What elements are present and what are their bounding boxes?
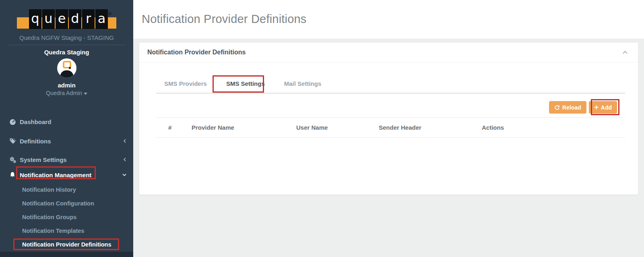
logo-letter: d <box>69 9 81 29</box>
logo-letter: e <box>56 9 68 29</box>
column-header-sender-header: Sender Header <box>379 118 482 138</box>
sidebar-item-label: System Settings <box>20 156 67 163</box>
panel-header: Notification Provider Definitions <box>139 43 638 62</box>
bell-icon <box>9 172 16 178</box>
environment-label: Quedra NGFW Staging - STAGING <box>0 34 133 41</box>
caret-down-icon <box>84 93 87 95</box>
sidebar-item-notification-management[interactable]: Notification Management <box>0 168 133 181</box>
tags-icon <box>9 138 16 145</box>
panel-body: SMS Providers SMS Settings Mail Settings… <box>139 80 638 138</box>
column-header-user-name: User Name <box>296 118 379 138</box>
column-header-actions: Actions <box>482 118 625 138</box>
table-header-row: # Provider Name User Name Sender Header … <box>156 118 625 138</box>
providers-table: # Provider Name User Name Sender Header … <box>156 117 625 138</box>
sidebar-item-label: Notification Management <box>20 172 91 178</box>
collapse-button[interactable] <box>622 50 628 55</box>
submenu-item-notification-templates[interactable]: Notification Templates <box>0 224 133 238</box>
sidebar-item-definitions[interactable]: Definitions <box>0 131 133 151</box>
table-toolbar: Reload Add <box>156 101 617 114</box>
sidebar-divider <box>8 45 125 45</box>
chevron-left-icon <box>123 139 127 143</box>
submenu-item-notification-groups[interactable]: Notification Groups <box>0 210 133 224</box>
sidebar: q u e d r a Quedra NGFW Staging - STAGIN… <box>0 0 133 257</box>
user-name: admin <box>0 82 133 89</box>
reload-label: Reload <box>562 104 581 111</box>
chevron-left-icon <box>123 157 127 162</box>
user-avatar-icon <box>57 58 76 78</box>
user-role-dropdown[interactable]: Quedra Admin <box>0 90 133 96</box>
add-button[interactable]: Add <box>589 101 617 114</box>
column-header-index: # <box>156 118 192 138</box>
quedra-logo: q u e d r a <box>17 9 116 29</box>
notification-submenu: Notification History Notification Config… <box>0 183 133 251</box>
notification-provider-panel: Notification Provider Definitions SMS Pr… <box>139 43 638 195</box>
submenu-item-notification-history[interactable]: Notification History <box>0 183 133 197</box>
chevron-up-icon <box>622 50 628 55</box>
logo-letter: r <box>82 9 95 29</box>
chevron-down-icon <box>122 173 127 177</box>
user-role-label: Quedra Admin <box>46 90 82 96</box>
logo-letter: u <box>42 9 55 29</box>
sidebar-item-dashboard[interactable]: Dashboard <box>0 112 133 131</box>
registered-mark-icon <box>108 12 111 15</box>
page-title: Notification Provider Definitions <box>133 0 644 38</box>
refresh-icon <box>554 105 560 110</box>
tab-mail-settings[interactable]: Mail Settings <box>284 80 322 93</box>
column-header-provider-name: Provider Name <box>192 118 296 138</box>
tab-sms-settings[interactable]: SMS Settings <box>226 80 265 93</box>
submenu-item-notification-provider-definitions[interactable]: Notification Provider Definitions <box>0 238 133 251</box>
logo-letter: q <box>29 9 41 29</box>
submenu-item-notification-configuration[interactable]: Notification Configuration <box>0 197 133 210</box>
tab-sms-providers[interactable]: SMS Providers <box>164 80 207 93</box>
avatar <box>57 58 76 78</box>
gears-icon <box>9 156 16 163</box>
sidebar-item-label: Definitions <box>20 138 51 145</box>
panel-title: Notification Provider Definitions <box>147 49 246 56</box>
add-label: Add <box>601 104 612 111</box>
sidebar-bottom-strip <box>0 252 133 257</box>
logo-letter: a <box>95 9 108 29</box>
tab-bar: SMS Providers SMS Settings Mail Settings <box>156 80 625 94</box>
reload-button[interactable]: Reload <box>549 101 586 114</box>
logo-tiles: q u e d r a <box>29 9 108 29</box>
plus-icon <box>594 105 599 110</box>
workspace-name: Quedra Staging <box>0 49 133 56</box>
sidebar-menu: Dashboard Definitions System Settings <box>0 112 133 181</box>
sidebar-item-system-settings[interactable]: System Settings <box>0 151 133 168</box>
sidebar-item-label: Dashboard <box>20 118 51 125</box>
dashboard-icon <box>9 118 16 125</box>
content-header: Notification Provider Definitions <box>133 0 644 39</box>
